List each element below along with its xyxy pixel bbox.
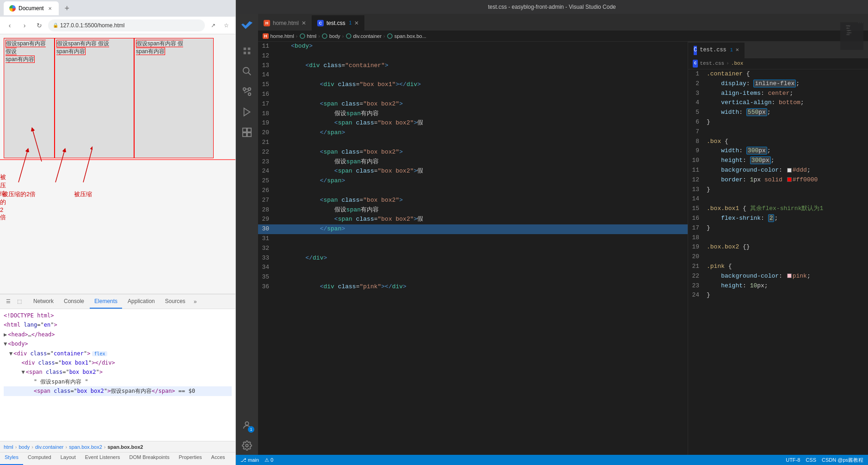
css-line-20: 20: [688, 252, 868, 262]
browser-tab-bar: Document ✕ +: [0, 0, 235, 17]
address-bar[interactable]: 🔒 127.0.0.1:5500/home.html: [48, 19, 205, 31]
new-tab-button[interactable]: +: [61, 2, 74, 15]
devtools-tab-sources[interactable]: Sources: [160, 294, 190, 309]
devtools-tab-elements[interactable]: Elements: [90, 294, 122, 309]
back-button[interactable]: ‹: [4, 19, 16, 31]
bc-body[interactable]: body: [322, 33, 340, 39]
css-code-editor[interactable]: C test.css 1 ✕ C test.css › .box: [688, 42, 868, 455]
devtools-icon-1[interactable]: ☰: [4, 297, 13, 306]
bc-html-tag[interactable]: html: [300, 33, 317, 39]
html-line-text1: " 假设span有内容 ": [4, 377, 232, 386]
styles-tab-computed[interactable]: Computed: [23, 453, 56, 465]
devtools-more-tabs[interactable]: »: [191, 298, 200, 305]
css-breadcrumb: C test.css › .box: [688, 58, 868, 69]
refresh-button[interactable]: ↻: [33, 19, 45, 31]
bc-container[interactable]: div.container: [346, 33, 382, 39]
devtools-styles-tabs: Styles Computed Layout Event Listeners D…: [0, 452, 235, 465]
svg-point-21: [388, 34, 392, 38]
vscode-statusbar: ⎇ main ⚠ 0 UTF-8 CSS CSDN @ps酱教程: [236, 455, 868, 465]
label-compressed-2x-2: 被压缩的2倍: [2, 190, 36, 198]
html-code-editor[interactable]: 11 <body> 12 13 <div class="container"> …: [258, 42, 688, 455]
css-line-4: 4 vertical-align: bottom;: [688, 98, 868, 108]
editor-tab-html[interactable]: H home.html ✕: [258, 15, 312, 31]
breadcrumb-spanbox2-1[interactable]: span.box.box2: [69, 444, 102, 450]
code-line-16: 16: [258, 90, 688, 99]
activity-settings[interactable]: [238, 436, 256, 455]
html-line-container[interactable]: ▼<div class="container">flex: [4, 349, 232, 358]
html-line-innerspan[interactable]: <span class="box box2">假设span有内容</span> …: [4, 386, 232, 396]
styles-tab-event-listeners[interactable]: Event Listeners: [80, 453, 125, 465]
editor-tab-html-close[interactable]: ✕: [302, 20, 306, 26]
activity-extensions[interactable]: [238, 123, 256, 142]
code-line-25: 25 </span>: [258, 176, 688, 186]
html-line-span1[interactable]: ▼<span class="box box2">: [4, 367, 232, 377]
bookmark-button[interactable]: ☆: [221, 20, 232, 31]
breadcrumb-container[interactable]: div.container: [35, 444, 64, 450]
editor-breadcrumb: H home.html › html › body › div.containe…: [258, 31, 868, 42]
vscode-body: 1 H home.html ✕ C test.css 1 ✕: [236, 14, 868, 455]
css-line-23: 23 height: 10px;: [688, 281, 868, 291]
devtools-tab-icons: ☰ ⬚: [4, 297, 24, 306]
svg-point-17: [245, 422, 248, 425]
devtools-icon-2[interactable]: ⬚: [15, 297, 24, 306]
svg-point-6: [243, 88, 246, 91]
css-bc-file[interactable]: test.css: [700, 60, 724, 68]
activity-run-debug[interactable]: [238, 103, 256, 121]
css-file-icon: C: [317, 20, 324, 26]
bc-spanbox[interactable]: span.box.bo...: [387, 33, 426, 39]
styles-tab-acces[interactable]: Acces: [207, 453, 230, 465]
css-icon-small: C: [693, 60, 698, 67]
vscode-activity-bar: 1: [236, 14, 258, 455]
vscode-window: test.css - easyblog-front-admin - Visual…: [236, 0, 868, 465]
editor-tab-css-close[interactable]: ✕: [354, 20, 359, 26]
statusbar-errors: ⚠ 0: [265, 457, 273, 463]
breadcrumb-html[interactable]: html: [4, 444, 13, 450]
styles-tab-properties[interactable]: Properties: [174, 453, 206, 465]
html-icon-small: H: [263, 33, 269, 39]
css-editor-tab[interactable]: C test.css 1 ✕: [688, 43, 745, 58]
highlight-width-550: 550px: [746, 108, 767, 116]
editor-tab-css[interactable]: C test.css 1 ✕: [312, 15, 364, 31]
css-line-2: 2 display: inline-flex;: [688, 79, 868, 89]
html-line-box1[interactable]: <div class="box box1"></div>: [4, 358, 232, 367]
code-line-15: 15 <div class="box box1"></div>: [258, 80, 688, 90]
devtools-tab-network[interactable]: Network: [29, 294, 58, 309]
breadcrumb-spanbox2-2[interactable]: span.box.box2: [107, 444, 143, 450]
code-line-26: 26: [258, 186, 688, 196]
browser-window: Document ✕ + ‹ › ↻ 🔒 127.0.0.1:5500/home…: [0, 0, 236, 465]
code-line-20: 20 </span>: [258, 128, 688, 138]
styles-tab-layout[interactable]: Layout: [56, 453, 80, 465]
css-line-8: 8 .box {: [688, 137, 868, 147]
css-tab-close[interactable]: ✕: [736, 46, 739, 55]
forward-button[interactable]: ›: [18, 19, 31, 31]
code-line-27: 27 <span class="box box2">: [258, 196, 688, 205]
browser-tab-close[interactable]: ✕: [47, 5, 53, 12]
css-line-21: 21 .pink {: [688, 262, 868, 272]
browser-tab-document[interactable]: Document ✕: [4, 1, 59, 15]
browser-tab-title: Document: [18, 5, 44, 12]
labels-row: 被压缩的2倍 被压缩: [0, 173, 227, 198]
styles-tab-dom-breakpoints[interactable]: DOM Breakpoints: [125, 453, 174, 465]
devtools-tab-console[interactable]: Console: [59, 294, 89, 309]
breadcrumb-body[interactable]: body: [18, 444, 30, 450]
activity-source-control[interactable]: [238, 82, 256, 101]
html-line-body[interactable]: ▼<body>: [4, 339, 232, 348]
bc-html-file[interactable]: home.html: [271, 33, 294, 39]
activity-search[interactable]: [238, 62, 256, 81]
html-line-doctype: <!DOCTYPE html>: [4, 311, 232, 320]
svg-line-11: [245, 90, 250, 93]
css-line-24: 24 }: [688, 291, 868, 300]
activity-account[interactable]: 1: [238, 416, 256, 434]
css-line-19: 19 .box.box2 {}: [688, 242, 868, 252]
activity-explorer[interactable]: [238, 42, 256, 60]
html-line-head[interactable]: ▶<head>…</head>: [4, 330, 232, 339]
devtools-tab-application[interactable]: Application: [123, 294, 160, 309]
css-bc-selector[interactable]: .box: [731, 60, 743, 68]
share-button[interactable]: ↗: [208, 20, 219, 31]
editor-split: 11 <body> 12 13 <div class="container"> …: [258, 42, 868, 455]
color-swatch-ddd: [787, 168, 792, 173]
css-code-content: 1 .container { 2 display: inline-flex; 3…: [688, 69, 868, 300]
editor-tab-html-label: home.html: [273, 20, 299, 26]
svg-line-2: [55, 150, 65, 182]
styles-tab-styles[interactable]: Styles: [0, 453, 23, 465]
